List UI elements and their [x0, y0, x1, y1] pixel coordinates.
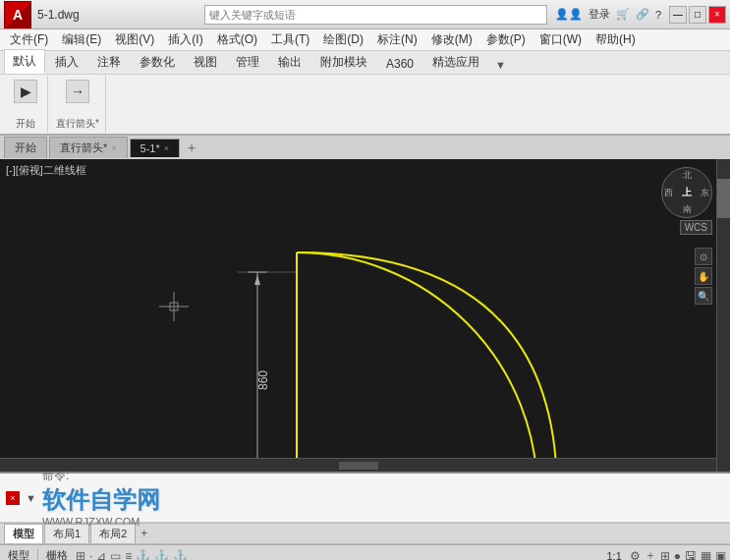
ribbon-tab-[interactable]: 精选应用 — [423, 50, 488, 74]
status-right-icon-1[interactable]: ＋ — [645, 547, 656, 560]
cmd-arrow-icon[interactable]: ▼ — [26, 492, 36, 504]
drawing-tab-51[interactable]: 5-1*× — [130, 139, 180, 157]
status-right-icon-6[interactable]: ▣ — [715, 549, 726, 561]
help-icon[interactable]: ? — [655, 9, 661, 21]
ribbon-group-start-label: 开始 — [16, 117, 35, 131]
ribbon-group-start: ▶ 开始 — [4, 76, 48, 133]
status-icon-7[interactable]: ⚓ — [173, 549, 188, 561]
status-right-icon-5[interactable]: ▦ — [701, 549, 711, 561]
status-right: 1:1⚙＋⊞●🖫▦▣ — [602, 547, 726, 560]
ribbon-tab-[interactable]: 注释 — [88, 50, 130, 74]
ribbon-group-arrow-label: 直行箭头* — [56, 117, 99, 131]
ribbon-tab-[interactable]: 输出 — [269, 50, 310, 74]
add-layout-button[interactable]: + — [137, 525, 151, 542]
status-icon-0[interactable]: ⊞ — [76, 549, 85, 561]
menubar: 文件(F)编辑(E)视图(V)插入(I)格式(O)工具(T)绘图(D)标注(N)… — [0, 29, 730, 51]
menu-item-p[interactable]: 参数(P) — [480, 29, 532, 50]
statusbar: 模型栅格⊞·⊿▭≡⚓⚓⚓1:1⚙＋⊞●🖫▦▣ — [0, 544, 730, 560]
share-icon[interactable]: 🔗 — [636, 8, 649, 21]
status-grid[interactable]: 栅格 — [42, 548, 72, 560]
scrollbar-horizontal-thumb[interactable] — [339, 462, 378, 470]
menu-item-e[interactable]: 编辑(E) — [56, 29, 107, 50]
start-icon: ▶ — [14, 80, 37, 103]
status-right-icon-3[interactable]: ● — [674, 549, 681, 561]
drawing-tab-[interactable]: 开始 — [4, 137, 47, 158]
command-close-button[interactable]: × — [6, 491, 20, 505]
maximize-button[interactable]: □ — [689, 6, 706, 24]
layout-tab-2[interactable]: 布局2 — [90, 524, 136, 543]
ribbon-tab-[interactable]: 视图 — [185, 50, 226, 74]
ribbon-btn-arrow[interactable]: → — [62, 78, 93, 105]
arrow-icon: → — [66, 80, 89, 103]
compass-east: 东 — [701, 187, 709, 199]
scrollbar-right[interactable] — [716, 159, 730, 472]
ribbon-tab-[interactable]: 默认 — [4, 49, 45, 74]
menu-item-h[interactable]: 帮助(H) — [590, 29, 642, 50]
status-model: 模型 — [4, 548, 33, 560]
title-actions: 👤👤 登录 🛒 🔗 ? — [555, 7, 661, 22]
titlebar: A 5-1.dwg 👤👤 登录 🛒 🔗 ? — □ × — [0, 0, 730, 29]
user-icon: 👤👤 — [555, 8, 583, 21]
status-icon-2[interactable]: ⊿ — [96, 549, 106, 561]
drawing-svg: 860 X Y 45 — [0, 159, 730, 472]
compass-circle: 北 南 东 西 上 — [661, 167, 712, 218]
layout-tab-1[interactable]: 布局1 — [44, 524, 89, 543]
svg-text:860: 860 — [256, 370, 270, 390]
compass: 北 南 东 西 上 — [661, 167, 712, 218]
layout-tab-[interactable]: 模型 — [4, 524, 43, 543]
window-controls: — □ × — [669, 6, 726, 24]
add-tab-button[interactable]: + — [182, 137, 201, 158]
tab-close-icon[interactable]: × — [111, 143, 116, 153]
ribbon-tab-[interactable]: 插入 — [46, 50, 87, 74]
ribbon-tab-[interactable]: 附加模块 — [311, 50, 376, 74]
app-logo: A — [4, 1, 31, 28]
menu-item-d[interactable]: 绘图(D) — [317, 29, 369, 50]
ribbon-tab-[interactable]: 参数化 — [131, 50, 184, 74]
login-label[interactable]: 登录 — [589, 7, 610, 22]
status-icon-6[interactable]: ⚓ — [154, 549, 169, 561]
ribbon-tab-a360[interactable]: A360 — [377, 53, 422, 74]
status-right-icon-4[interactable]: 🖫 — [685, 549, 697, 561]
command-bar: × ▼ 命令: 软件自学网 WWW.RJZXW.COM — [0, 472, 730, 523]
compass-south: 南 — [683, 203, 692, 216]
menu-item-m[interactable]: 修改(M) — [425, 29, 478, 50]
status-right-icon-2[interactable]: ⊞ — [660, 549, 670, 561]
status-icon-3[interactable]: ▭ — [110, 549, 121, 561]
search-input[interactable] — [204, 5, 547, 25]
scrollbar-bottom[interactable] — [0, 458, 716, 472]
menu-item-f[interactable]: 文件(F) — [4, 29, 54, 50]
menu-item-o[interactable]: 格式(O) — [211, 29, 263, 50]
svg-marker-7 — [254, 275, 260, 285]
status-icon-1[interactable]: · — [89, 549, 92, 561]
ribbon-btn-start[interactable]: ▶ — [10, 78, 41, 105]
compass-top: 上 — [682, 186, 692, 199]
ribbon-tab-more[interactable]: ▼ — [489, 56, 512, 74]
cart-icon[interactable]: 🛒 — [616, 8, 630, 21]
menu-item-i[interactable]: 插入(I) — [162, 29, 208, 50]
ribbon: ▶ 开始 → 直行箭头* — [0, 75, 730, 136]
title-filename: 5-1.dwg — [37, 8, 204, 22]
ribbon-group-arrow: → 直行箭头* — [50, 76, 106, 133]
status-scale[interactable]: 1:1 — [602, 550, 625, 561]
status-icon-4[interactable]: ≡ — [125, 549, 132, 561]
menu-item-n[interactable]: 标注(N) — [371, 29, 423, 50]
menu-item-t[interactable]: 工具(T) — [265, 29, 315, 50]
ribbon-tab-[interactable]: 管理 — [227, 50, 268, 74]
wcs-label: WCS — [680, 220, 712, 235]
command-watermark: 软件自学网 — [42, 484, 724, 516]
canvas-area[interactable]: [-][俯视]二维线框 860 X Y — [0, 159, 730, 472]
drawing-tab-[interactable]: 直行箭头*× — [49, 137, 128, 158]
minimize-button[interactable]: — — [669, 6, 687, 24]
tab-close-icon[interactable]: × — [164, 143, 169, 153]
close-button[interactable]: × — [708, 6, 726, 24]
zoom-icon[interactable]: 🔍 — [695, 287, 712, 305]
menu-item-v[interactable]: 视图(V) — [109, 29, 160, 50]
pan-icon[interactable]: ✋ — [695, 267, 712, 285]
menu-item-w[interactable]: 窗口(W) — [533, 29, 588, 50]
orbit-icon[interactable]: ⊙ — [695, 248, 712, 265]
status-right-icon-0[interactable]: ⚙ — [630, 549, 641, 561]
command-text-area: 命令: 软件自学网 WWW.RJZXW.COM — [42, 468, 724, 528]
scrollbar-thumb[interactable] — [717, 179, 730, 218]
compass-north: 北 — [683, 169, 692, 182]
status-icon-5[interactable]: ⚓ — [136, 549, 150, 561]
